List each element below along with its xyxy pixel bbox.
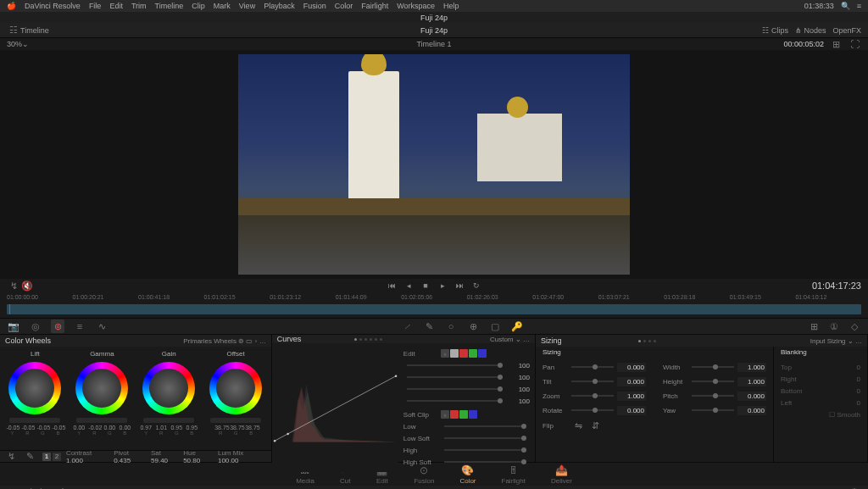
value[interactable]: 1.000 bbox=[737, 363, 766, 372]
slider[interactable] bbox=[571, 395, 614, 397]
apple-icon[interactable]: 🍎 bbox=[7, 2, 16, 10]
page-fairlight[interactable]: 🎚Fairlight bbox=[502, 464, 526, 485]
chevron-down-icon[interactable]: ⌄ bbox=[22, 40, 29, 48]
viewer-option-icon[interactable]: ⊞ bbox=[829, 37, 843, 51]
window-icon[interactable]: ○ bbox=[444, 320, 458, 333]
softclip-chips[interactable]: ⬨ bbox=[441, 410, 477, 419]
menu-view[interactable]: View bbox=[239, 2, 255, 10]
slider[interactable] bbox=[571, 381, 614, 382]
sizing-icon[interactable]: ⊞ bbox=[807, 320, 821, 333]
flip-h-icon[interactable]: ⇋ bbox=[571, 419, 585, 432]
spline-b-slider[interactable] bbox=[407, 400, 503, 402]
color-wheel[interactable] bbox=[209, 362, 262, 414]
clips-toggle[interactable]: ☷ Clips bbox=[762, 26, 788, 35]
viewer-expand-icon[interactable]: ⛶ bbox=[848, 37, 861, 51]
value[interactable]: 0.000 bbox=[737, 406, 766, 415]
menu-timeline[interactable]: Timeline bbox=[155, 2, 184, 10]
stop-button[interactable]: ■ bbox=[420, 281, 431, 291]
master-wheel[interactable] bbox=[9, 418, 60, 423]
lowsoft-slider[interactable] bbox=[444, 437, 526, 439]
value[interactable]: 1.000 bbox=[737, 377, 766, 386]
master-timecode[interactable]: 01:04:17:23 bbox=[812, 281, 861, 291]
openfx-toggle[interactable]: OpenFX bbox=[832, 26, 861, 35]
mini-timeline[interactable]: 01:00:00:0001:00:20:2101:00:41:18 01:01:… bbox=[0, 292, 868, 318]
menu-help[interactable]: Help bbox=[443, 2, 459, 10]
rgb-mixer-icon[interactable]: ≡ bbox=[73, 320, 86, 333]
spline-r-slider[interactable] bbox=[407, 376, 503, 378]
slider[interactable] bbox=[571, 409, 614, 411]
spotlight-icon[interactable]: 🔍 bbox=[841, 2, 850, 10]
edit-channel-chips[interactable]: ⬨ bbox=[441, 349, 487, 358]
zoom-level[interactable]: 30% bbox=[7, 40, 22, 48]
timeline-name[interactable]: Timeline 1 bbox=[416, 40, 451, 48]
timeline-label[interactable]: Timeline bbox=[20, 26, 49, 35]
viewer-timecode[interactable]: 00:00:05:02 bbox=[783, 40, 824, 48]
home-icon[interactable]: ⌂ bbox=[827, 485, 841, 489]
tracking-icon[interactable]: ⊕ bbox=[466, 320, 480, 333]
value[interactable]: 0.000 bbox=[617, 363, 646, 372]
picker-icon[interactable]: ✎ bbox=[24, 450, 37, 464]
menu-file[interactable]: File bbox=[89, 2, 102, 10]
page-color[interactable]: 🎨Color bbox=[459, 464, 476, 485]
menu-fusion[interactable]: Fusion bbox=[303, 2, 326, 10]
menu-mark[interactable]: Mark bbox=[214, 2, 231, 10]
mute-icon[interactable]: 🔇 bbox=[20, 279, 34, 292]
menu-clip[interactable]: Clip bbox=[192, 2, 205, 10]
flip-v-icon[interactable]: ⇵ bbox=[588, 419, 602, 432]
spline-y-slider[interactable] bbox=[407, 364, 503, 366]
menu-workspace[interactable]: Workspace bbox=[397, 2, 435, 10]
slider[interactable] bbox=[571, 366, 614, 368]
sizing-mode[interactable]: Input Sizing ⌄ … bbox=[810, 337, 862, 345]
slider[interactable] bbox=[692, 395, 734, 397]
camera-raw-icon[interactable]: 📷 bbox=[7, 320, 20, 333]
value[interactable]: 0.000 bbox=[617, 406, 646, 415]
auto-balance-icon[interactable]: ↯ bbox=[5, 450, 19, 464]
spline-g-slider[interactable] bbox=[407, 388, 503, 390]
keyframe-icon[interactable]: ◇ bbox=[848, 320, 861, 333]
wheels-mode[interactable]: Primaries Wheels ⊚ ▭ ◦ … bbox=[183, 337, 265, 345]
playhead[interactable] bbox=[9, 304, 10, 314]
timeline-track[interactable] bbox=[7, 304, 861, 314]
app-name[interactable]: DaVinci Resolve bbox=[25, 2, 81, 10]
value[interactable]: 0.000 bbox=[617, 377, 646, 386]
3d-icon[interactable]: ① bbox=[827, 320, 841, 333]
next-frame-button[interactable]: ⏭ bbox=[454, 281, 465, 291]
menu-playback[interactable]: Playback bbox=[264, 2, 295, 10]
settings-icon[interactable]: ⚙ bbox=[848, 485, 861, 489]
wheel-pages[interactable]: 12 bbox=[42, 453, 61, 461]
color-wheel[interactable] bbox=[142, 362, 195, 414]
play-button[interactable]: ▸ bbox=[437, 281, 448, 291]
value[interactable]: 1.000 bbox=[617, 392, 646, 401]
blur-icon[interactable]: ▢ bbox=[488, 320, 502, 333]
motion-effects-icon[interactable]: ∿ bbox=[95, 320, 108, 333]
page-fusion[interactable]: ⊙Fusion bbox=[414, 464, 434, 485]
slider[interactable] bbox=[692, 381, 734, 382]
slider[interactable] bbox=[692, 409, 734, 411]
viewer[interactable] bbox=[0, 50, 868, 279]
curves-dots[interactable] bbox=[354, 338, 382, 341]
low-slider[interactable] bbox=[444, 425, 526, 427]
color-match-icon[interactable]: ◎ bbox=[29, 320, 42, 333]
menu-color[interactable]: Color bbox=[335, 2, 353, 10]
color-wheels-icon[interactable]: ⊚ bbox=[51, 320, 64, 333]
master-wheel[interactable] bbox=[210, 418, 261, 423]
bypass-icon[interactable]: ↯ bbox=[7, 279, 20, 292]
curves-mode[interactable]: Custom ⌄ … bbox=[490, 336, 530, 343]
color-wheel[interactable] bbox=[8, 362, 61, 414]
qualifier-icon[interactable]: ✎ bbox=[422, 320, 436, 333]
prev-frame-button[interactable]: ◂ bbox=[403, 281, 414, 291]
highsoft-slider[interactable] bbox=[444, 461, 526, 463]
menu-extra-icon[interactable]: ≡ bbox=[857, 2, 861, 10]
color-wheel[interactable] bbox=[75, 362, 128, 414]
key-icon[interactable]: 🔑 bbox=[510, 320, 524, 333]
first-frame-button[interactable]: ⏮ bbox=[387, 281, 397, 291]
nodes-toggle[interactable]: ⋔ Nodes bbox=[795, 26, 826, 35]
menu-edit[interactable]: Edit bbox=[109, 2, 123, 10]
curves-graph[interactable] bbox=[272, 343, 398, 472]
master-wheel[interactable] bbox=[143, 418, 194, 423]
curves-icon[interactable]: ⟋ bbox=[400, 320, 414, 333]
gallery-icon[interactable]: ☷ bbox=[7, 24, 20, 37]
high-slider[interactable] bbox=[444, 449, 526, 451]
sizing-dots[interactable] bbox=[638, 340, 656, 342]
slider[interactable] bbox=[692, 366, 734, 368]
